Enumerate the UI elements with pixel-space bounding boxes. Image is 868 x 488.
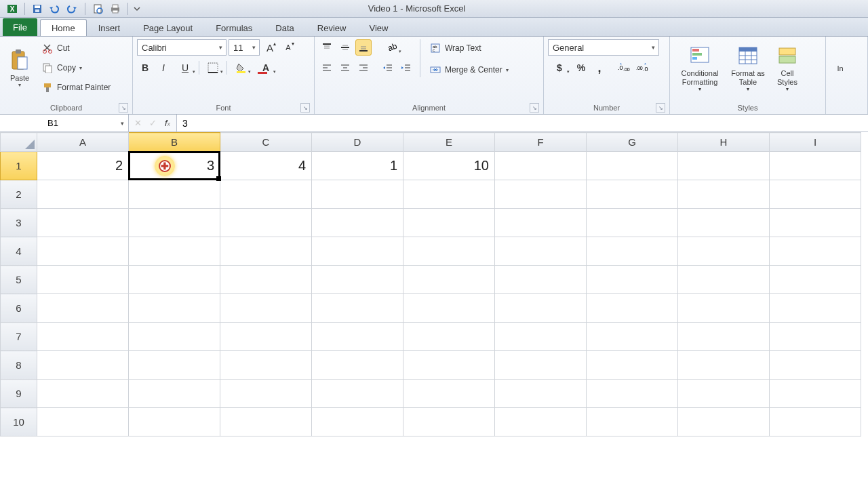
cell-D6[interactable] — [312, 294, 403, 323]
cell-D2[interactable] — [312, 180, 403, 209]
row-header-2[interactable]: 2 — [1, 180, 37, 209]
tab-insert[interactable]: Insert — [87, 19, 132, 36]
cell-G8[interactable] — [587, 351, 678, 380]
increase-decimal-button[interactable]: .0.00 — [616, 60, 632, 76]
cell-B9[interactable] — [129, 380, 220, 408]
cell-D3[interactable] — [312, 209, 403, 237]
bold-button[interactable]: B — [137, 60, 153, 76]
cell-A8[interactable] — [37, 351, 129, 380]
cell-E6[interactable] — [403, 294, 495, 323]
cell-F3[interactable] — [495, 209, 587, 237]
cell-H7[interactable] — [678, 323, 770, 351]
row-header-9[interactable]: 9 — [1, 380, 37, 408]
cell-A4[interactable] — [37, 237, 129, 266]
cell-I3[interactable] — [770, 209, 861, 237]
format-painter-button[interactable]: Format Painter — [38, 79, 114, 96]
cell-D10[interactable] — [312, 408, 403, 436]
row-header-4[interactable]: 4 — [1, 237, 37, 266]
cell-H10[interactable] — [678, 408, 770, 436]
cell-styles-button[interactable]: Cell Styles▾ — [770, 39, 804, 98]
cell-F1[interactable] — [495, 152, 587, 180]
cell-B8[interactable] — [129, 351, 220, 380]
tab-home[interactable]: Home — [40, 19, 87, 36]
cell-I4[interactable] — [770, 237, 861, 266]
font-size-combo[interactable]: 11▾ — [229, 39, 260, 56]
quick-print-icon[interactable] — [107, 1, 123, 16]
copy-button[interactable]: Copy ▾ — [38, 59, 114, 77]
cell-E2[interactable] — [403, 180, 495, 209]
number-format-combo[interactable]: General▾ — [548, 39, 659, 56]
insert-cells-button[interactable]: In — [830, 39, 850, 98]
row-header-3[interactable]: 3 — [1, 209, 37, 237]
row-header-10[interactable]: 10 — [1, 408, 37, 436]
tab-file[interactable]: File — [3, 18, 37, 36]
cell-I2[interactable] — [770, 180, 861, 209]
cell-G5[interactable] — [587, 266, 678, 294]
cell-A9[interactable] — [37, 380, 129, 408]
col-header-H[interactable]: H — [678, 133, 770, 152]
cell-H9[interactable] — [678, 380, 770, 408]
col-header-G[interactable]: G — [587, 133, 678, 152]
save-icon[interactable] — [29, 1, 45, 16]
cell-C9[interactable] — [220, 380, 312, 408]
cell-G4[interactable] — [587, 237, 678, 266]
cell-H3[interactable] — [678, 209, 770, 237]
cell-A10[interactable] — [37, 408, 129, 436]
cell-D1[interactable]: 1 — [312, 152, 403, 180]
italic-button[interactable]: I — [155, 60, 172, 76]
borders-button[interactable]: ▾ — [201, 60, 224, 76]
col-header-C[interactable]: C — [220, 133, 312, 152]
cell-E1[interactable]: 10 — [403, 152, 495, 180]
row-header-6[interactable]: 6 — [1, 294, 37, 323]
align-right-button[interactable] — [355, 60, 372, 76]
cell-G7[interactable] — [587, 323, 678, 351]
cell-A1[interactable]: 2 — [37, 152, 129, 180]
tab-formulas[interactable]: Formulas — [204, 19, 264, 36]
row-header-1[interactable]: 1 — [1, 152, 37, 180]
cell-C1[interactable]: 4 — [220, 152, 312, 180]
qat-customize-icon[interactable] — [132, 1, 142, 16]
cell-G2[interactable] — [587, 180, 678, 209]
col-header-A[interactable]: A — [37, 133, 129, 152]
number-launcher-icon[interactable]: ↘ — [656, 103, 665, 113]
cancel-icon[interactable]: ✕ — [132, 118, 144, 128]
cell-E3[interactable] — [403, 209, 495, 237]
align-left-button[interactable] — [319, 60, 335, 76]
tab-page-layout[interactable]: Page Layout — [132, 19, 204, 36]
row-header-7[interactable]: 7 — [1, 323, 37, 351]
cell-C6[interactable] — [220, 294, 312, 323]
cell-G3[interactable] — [587, 209, 678, 237]
cell-H8[interactable] — [678, 351, 770, 380]
cell-I10[interactable] — [770, 408, 861, 436]
cell-B5[interactable] — [129, 266, 220, 294]
cell-E4[interactable] — [403, 237, 495, 266]
cell-A6[interactable] — [37, 294, 129, 323]
cell-C5[interactable] — [220, 266, 312, 294]
cut-button[interactable]: Cut — [38, 39, 114, 57]
format-as-table-button[interactable]: Format as Table▾ — [728, 39, 768, 98]
cell-C8[interactable] — [220, 351, 312, 380]
cell-I1[interactable] — [770, 152, 861, 180]
cell-D4[interactable] — [312, 237, 403, 266]
cell-C4[interactable] — [220, 237, 312, 266]
tab-view[interactable]: View — [357, 19, 399, 36]
cell-F2[interactable] — [495, 180, 587, 209]
cell-E5[interactable] — [403, 266, 495, 294]
col-header-I[interactable]: I — [770, 133, 861, 152]
accounting-format-button[interactable]: $▾ — [548, 60, 571, 76]
row-header-8[interactable]: 8 — [1, 351, 37, 380]
col-header-D[interactable]: D — [312, 133, 403, 152]
cell-I5[interactable] — [770, 266, 861, 294]
decrease-indent-button[interactable] — [380, 60, 396, 76]
col-header-F[interactable]: F — [495, 133, 587, 152]
cell-A2[interactable] — [37, 180, 129, 209]
cell-I9[interactable] — [770, 380, 861, 408]
cell-A5[interactable] — [37, 266, 129, 294]
cell-I8[interactable] — [770, 351, 861, 380]
align-middle-button[interactable] — [337, 39, 353, 56]
cell-B7[interactable] — [129, 323, 220, 351]
cell-C10[interactable] — [220, 408, 312, 436]
cell-B2[interactable] — [129, 180, 220, 209]
alignment-launcher-icon[interactable]: ↘ — [530, 103, 539, 113]
redo-icon[interactable] — [64, 1, 81, 16]
